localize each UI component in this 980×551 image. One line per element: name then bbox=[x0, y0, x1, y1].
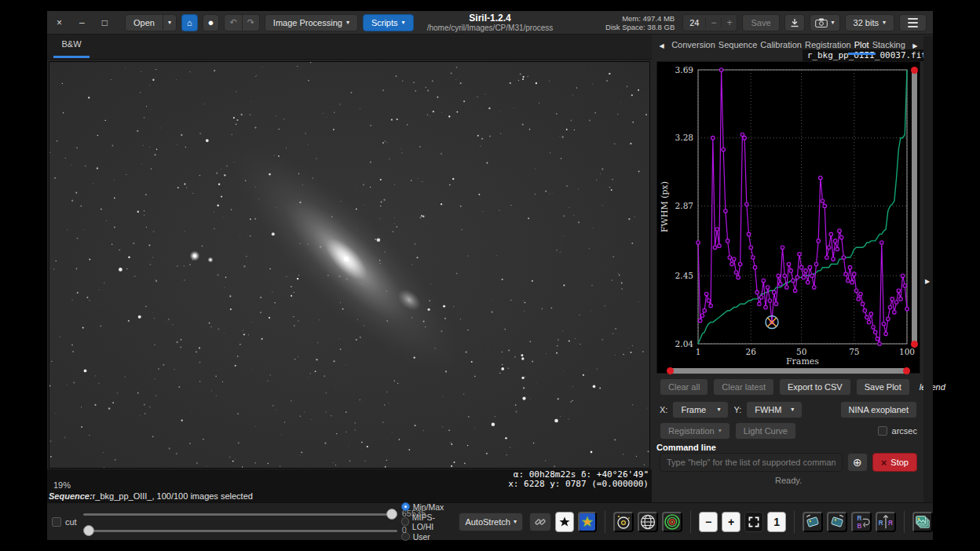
rotate-right-button[interactable] bbox=[827, 512, 847, 532]
save-button[interactable]: Save bbox=[742, 14, 779, 31]
stretch-mode-dropdown[interactable]: AutoStretch▾ bbox=[459, 513, 523, 531]
image-processing-menu[interactable]: Image Processing▾ bbox=[265, 14, 358, 31]
clear-all-button[interactable]: Clear all bbox=[660, 378, 708, 396]
plot-axes-row: X: Frame▾ Y: FWHM▾ NINA exoplanet bbox=[656, 400, 920, 419]
chevron-down-icon: ▾ bbox=[832, 20, 835, 26]
tab-plot[interactable]: Plot bbox=[853, 37, 871, 55]
cut-checkbox[interactable] bbox=[52, 517, 61, 527]
low-slider-handle[interactable] bbox=[83, 525, 94, 536]
export-csv-button[interactable]: Export to CSV bbox=[779, 378, 851, 396]
redo-button[interactable]: ↷ bbox=[243, 14, 260, 31]
high-level-slider[interactable] bbox=[83, 509, 397, 520]
plot-horizontal-range-slider[interactable] bbox=[668, 368, 909, 374]
image-status-bar: 19% α: 00h28m22s δ: +40°26'49" x: 6228 y… bbox=[47, 469, 652, 502]
arcsec-checkbox[interactable] bbox=[878, 426, 887, 436]
tab-bw[interactable]: B&W bbox=[53, 39, 90, 53]
image-canvas[interactable] bbox=[49, 61, 650, 469]
tab-calibration[interactable]: Calibration bbox=[759, 37, 803, 55]
m31-galaxy-image bbox=[49, 62, 649, 468]
tabs-scroll-right-icon[interactable]: ▶ bbox=[910, 42, 920, 49]
plot-vertical-range-slider[interactable] bbox=[912, 68, 917, 346]
chevron-down-icon: ▾ bbox=[402, 20, 405, 26]
y-axis-dropdown[interactable]: FWHM▾ bbox=[746, 401, 803, 418]
status-ready: Ready. bbox=[656, 476, 920, 485]
h-range-left-handle[interactable] bbox=[667, 367, 674, 374]
panel-expander[interactable]: ▶ bbox=[923, 36, 933, 502]
low-level-slider[interactable] bbox=[83, 525, 397, 536]
zoom-fit-button[interactable] bbox=[744, 512, 763, 532]
high-slider-handle[interactable] bbox=[386, 509, 397, 520]
preview-toggle-button[interactable]: ● bbox=[203, 14, 220, 31]
clear-latest-button[interactable]: Clear latest bbox=[713, 378, 774, 396]
tab-conversion[interactable]: Conversion bbox=[670, 37, 717, 55]
radio-user[interactable]: User bbox=[401, 532, 453, 542]
x-axis-dropdown[interactable]: Frame▾ bbox=[672, 401, 729, 418]
mirror-vertical-icon: R Я bbox=[877, 513, 894, 531]
fwhm-plot-area[interactable]: 2.042.452.873.283.691265075100FramesFWHM… bbox=[656, 61, 920, 374]
light-curve-button[interactable]: Light Curve bbox=[735, 422, 796, 440]
link-channels-button[interactable] bbox=[529, 513, 551, 531]
display-toolbar: cut 65535 0 Min/Max MIPS-LO/HI User Auto… bbox=[47, 502, 933, 540]
astrometry-button[interactable] bbox=[638, 512, 658, 532]
x-axis-label: X: bbox=[660, 405, 667, 414]
tab-registration[interactable]: Registration bbox=[803, 37, 853, 55]
stop-x-icon: × bbox=[881, 457, 887, 469]
zoom-out-button[interactable]: − bbox=[699, 512, 718, 532]
increment-button[interactable]: + bbox=[721, 17, 737, 28]
close-icon[interactable]: × bbox=[57, 17, 62, 28]
bit-depth-dropdown[interactable]: 32 bits▾ bbox=[845, 14, 894, 31]
svg-text:75: 75 bbox=[849, 347, 859, 356]
psf-orbit-icon bbox=[615, 513, 632, 531]
undo-button[interactable]: ↶ bbox=[224, 14, 242, 31]
photometric-calibration-button[interactable] bbox=[662, 512, 682, 532]
open-button[interactable]: Open bbox=[125, 14, 163, 31]
v-range-bottom-handle[interactable] bbox=[911, 341, 918, 348]
snapshot-button[interactable]: ▾ bbox=[810, 14, 840, 31]
rotate-left-button[interactable] bbox=[803, 512, 823, 532]
tabs-scroll-left-icon[interactable]: ◀ bbox=[656, 42, 667, 49]
stop-button[interactable]: × Stop bbox=[872, 453, 917, 472]
dynamic-psf-button[interactable] bbox=[613, 512, 634, 532]
star-detection-button[interactable] bbox=[555, 512, 574, 532]
chevron-down-icon: ▾ bbox=[717, 407, 720, 413]
command-list-button[interactable]: ⊕ bbox=[847, 453, 868, 472]
command-input[interactable] bbox=[660, 453, 843, 472]
h-range-right-handle[interactable] bbox=[903, 367, 910, 374]
minimize-icon[interactable]: – bbox=[79, 17, 85, 28]
disk-space-info: Disk Space: 38.8 GB bbox=[605, 23, 675, 31]
cut-label: cut bbox=[65, 517, 77, 527]
hamburger-menu-button[interactable] bbox=[899, 14, 927, 31]
photometry-button[interactable] bbox=[578, 512, 597, 532]
registration-dropdown[interactable]: Registration▾ bbox=[660, 422, 730, 440]
save-as-button[interactable] bbox=[784, 14, 805, 31]
image-tab-bar: B&W bbox=[47, 35, 652, 60]
pixel-coordinates: x: 6228 y: 0787 (=0.000000) bbox=[508, 480, 649, 489]
nina-exoplanet-button[interactable]: NINA exoplanet bbox=[840, 401, 917, 418]
v-range-top-handle[interactable] bbox=[911, 67, 918, 74]
mirror-horizontal-button[interactable]: R B bbox=[851, 512, 872, 532]
decrement-button[interactable]: − bbox=[705, 17, 721, 28]
color-star-icon bbox=[581, 516, 594, 528]
zoom-in-button[interactable]: + bbox=[722, 512, 740, 532]
scripts-menu[interactable]: Scripts▾ bbox=[363, 14, 414, 31]
svg-text:R: R bbox=[879, 519, 883, 526]
maximize-icon[interactable]: □ bbox=[102, 17, 108, 28]
cursor-coordinates: α: 00h28m22s δ: +40°26'49" x: 6228 y: 07… bbox=[508, 470, 649, 489]
resources-info: Mem: 497.4 MB Disk Space: 38.8 GB bbox=[605, 14, 675, 31]
mirror-vertical-button[interactable]: R Я bbox=[876, 512, 896, 532]
hamburger-icon bbox=[905, 18, 921, 27]
bw-star-icon bbox=[558, 516, 571, 528]
thread-count-spinner[interactable]: 24 − + bbox=[682, 14, 737, 31]
arcsec-label: arcsec bbox=[892, 426, 917, 436]
sequence-list-button[interactable] bbox=[912, 512, 933, 532]
save-plot-button[interactable]: Save Plot bbox=[856, 378, 910, 396]
tab-sequence[interactable]: Sequence bbox=[717, 37, 759, 55]
memory-info: Mem: 497.4 MB bbox=[605, 14, 675, 23]
open-dropdown-button[interactable]: ▾ bbox=[163, 14, 177, 31]
sequence-details: r_bkg_pp_OIII_, 100/100 images selected bbox=[93, 491, 253, 501]
home-button[interactable]: ⌂ bbox=[181, 14, 198, 31]
y-axis-label: Y: bbox=[733, 405, 741, 414]
zoom-one-button[interactable]: 1 bbox=[767, 512, 786, 532]
svg-text:2.45: 2.45 bbox=[675, 271, 693, 280]
tab-stacking[interactable]: Stacking bbox=[871, 37, 907, 55]
